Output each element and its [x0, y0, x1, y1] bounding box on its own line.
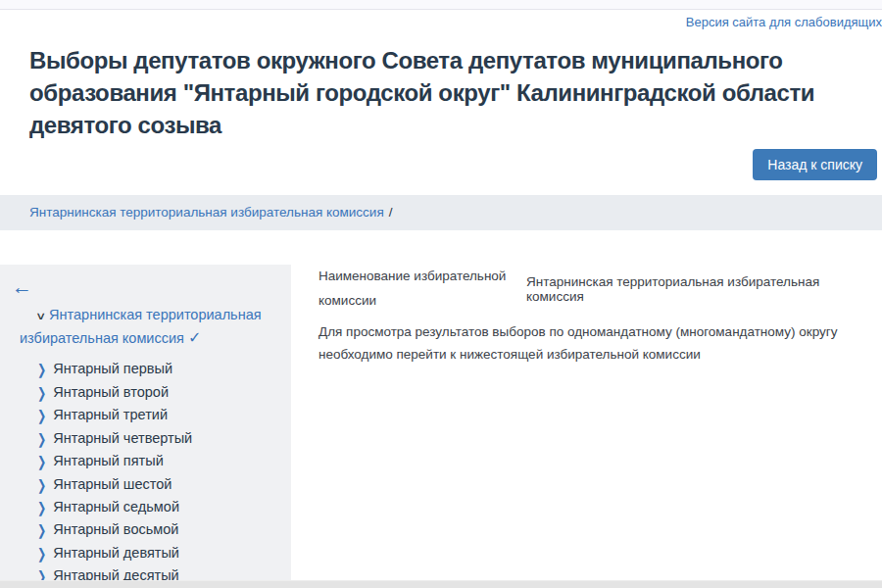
breadcrumb-commission-link[interactable]: Янтарнинская территориальная избирательн…	[29, 205, 384, 220]
check-icon: ✓	[188, 329, 201, 346]
chevron-right-icon: ❯	[37, 473, 46, 497]
commission-name-field: Наименование избирательной комиссии Янта…	[318, 265, 855, 313]
footer-strip	[0, 580, 882, 588]
tree-item-label: Янтарный девятый	[53, 545, 179, 561]
chevron-right-icon: ❯	[37, 381, 46, 405]
tree-item-label: Янтарный пятый	[53, 453, 164, 468]
tree-item-yantarny-1[interactable]: ❯Янтарный первый	[10, 358, 277, 380]
tree-item-label: Янтарный третий	[53, 407, 168, 422]
tree-root-item-territorial-commission[interactable]: ∨Янтарнинская территориальная избиратель…	[10, 305, 277, 350]
tree-item-yantarny-9[interactable]: ❯Янтарный девятый	[10, 542, 277, 564]
page-title: Выборы депутатов окружного Совета депута…	[29, 44, 855, 141]
breadcrumb: Янтарнинская территориальная избирательн…	[0, 195, 882, 230]
lower-commission-note: Для просмотра результатов выборов по одн…	[318, 321, 855, 367]
chevron-right-icon: ❯	[37, 405, 46, 428]
chevron-right-icon: ❯	[37, 543, 46, 566]
tree-item-label: Янтарный шестой	[53, 476, 172, 492]
tree-item-yantarny-6[interactable]: ❯Янтарный шестой	[10, 473, 277, 496]
tree-list: ❯Янтарный первый ❯Янтарный второй ❯Янтар…	[10, 358, 277, 588]
tree-item-yantarny-7[interactable]: ❯Янтарный седьмой	[10, 496, 277, 518]
breadcrumb-separator: /	[389, 205, 393, 220]
tree-item-yantarny-2[interactable]: ❯Янтарный второй	[10, 381, 277, 404]
tree-item-label: Янтарный седьмой	[53, 499, 179, 514]
accessibility-version-link[interactable]: Версия сайта для слабовидящих	[686, 15, 882, 29]
tree-item-label: Янтарный первый	[53, 361, 172, 376]
chevron-right-icon: ❯	[37, 359, 46, 382]
tree-item-yantarny-5[interactable]: ❯Янтарный пятый	[10, 450, 277, 472]
chevron-right-icon: ❯	[37, 519, 46, 543]
commission-details-pane: Наименование избирательной комиссии Янта…	[291, 265, 882, 366]
button-row: Назад к списку	[0, 141, 882, 180]
chevron-right-icon: ❯	[37, 497, 46, 520]
commission-tree-sidebar: ← ∨Янтарнинская территориальная избирате…	[0, 265, 291, 588]
commission-name-label: Наименование избирательной комиссии	[318, 265, 514, 313]
back-to-list-button[interactable]: Назад к списку	[753, 149, 877, 180]
accessibility-row: Версия сайта для слабовидящих	[0, 10, 882, 30]
tree-item-label: Янтарный второй	[53, 384, 169, 400]
tree-item-yantarny-8[interactable]: ❯Янтарный восьмой	[10, 518, 277, 541]
back-arrow-icon[interactable]: ←	[12, 276, 32, 297]
chevron-down-icon: ∨	[24, 308, 46, 324]
tree-item-label: Янтарный восьмой	[53, 521, 178, 537]
tree-item-label: Янтарный четвертый	[53, 430, 192, 446]
chevron-right-icon: ❯	[37, 451, 46, 474]
chevron-right-icon: ❯	[37, 427, 46, 451]
tree-item-yantarny-4[interactable]: ❯Янтарный четвертый	[10, 427, 277, 450]
tree-root-label: Янтарнинская территориальная избирательн…	[20, 307, 262, 346]
commission-name-value: Янтарнинская территориальная избирательн…	[526, 274, 855, 304]
top-strip	[0, 0, 882, 10]
content-area: ← ∨Янтарнинская территориальная избирате…	[0, 265, 882, 588]
tree-item-yantarny-3[interactable]: ❯Янтарный третий	[10, 404, 277, 426]
